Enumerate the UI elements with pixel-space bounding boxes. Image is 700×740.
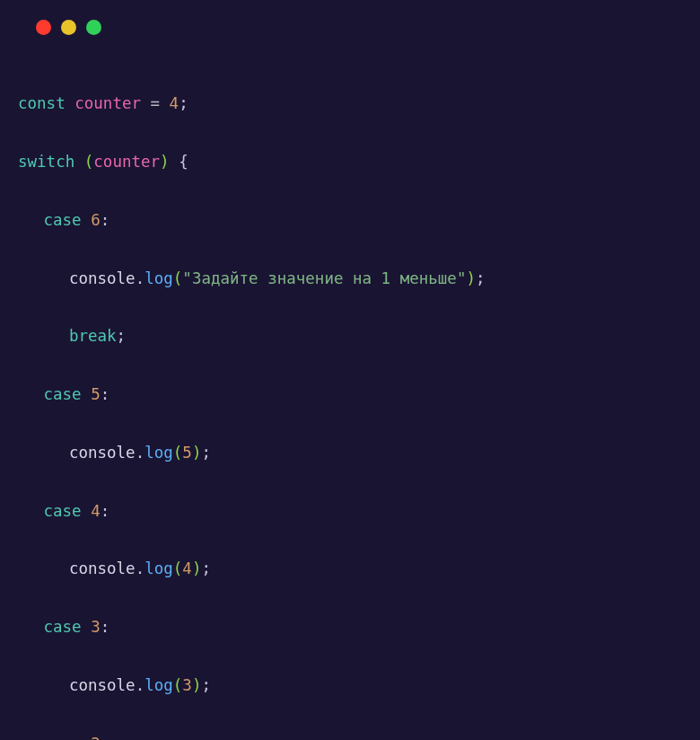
- code-line: case 2:: [18, 729, 682, 740]
- code-line: case 4:: [18, 497, 682, 525]
- keyword-break: break: [69, 327, 117, 345]
- code-block: const counter = 4; switch (counter) { ca…: [18, 60, 682, 740]
- keyword-switch: switch: [18, 153, 74, 171]
- number-literal: 4: [170, 94, 179, 112]
- code-line: case 3:: [18, 612, 682, 641]
- close-icon[interactable]: [36, 20, 51, 35]
- code-line: console.log(4);: [18, 554, 682, 583]
- keyword-const: const: [18, 94, 66, 112]
- code-line: console.log(5);: [18, 438, 682, 467]
- identifier-counter: counter: [74, 94, 141, 112]
- code-line: console.log("Задайте значение на 1 меньш…: [18, 264, 682, 293]
- minimize-icon[interactable]: [61, 20, 76, 35]
- code-line: switch (counter) {: [18, 147, 682, 176]
- code-line: console.log(3);: [18, 671, 682, 700]
- code-line: case 5:: [18, 380, 682, 409]
- code-line: const counter = 4;: [18, 89, 682, 118]
- maximize-icon[interactable]: [86, 20, 101, 35]
- code-line: break;: [18, 322, 682, 350]
- window-controls: [36, 20, 682, 35]
- log-method: log: [144, 269, 173, 287]
- console-object: console: [69, 269, 136, 287]
- code-line: case 6:: [18, 206, 682, 234]
- string-literal: "Задайте значение на 1 меньше": [182, 269, 466, 287]
- keyword-case: case: [43, 211, 81, 229]
